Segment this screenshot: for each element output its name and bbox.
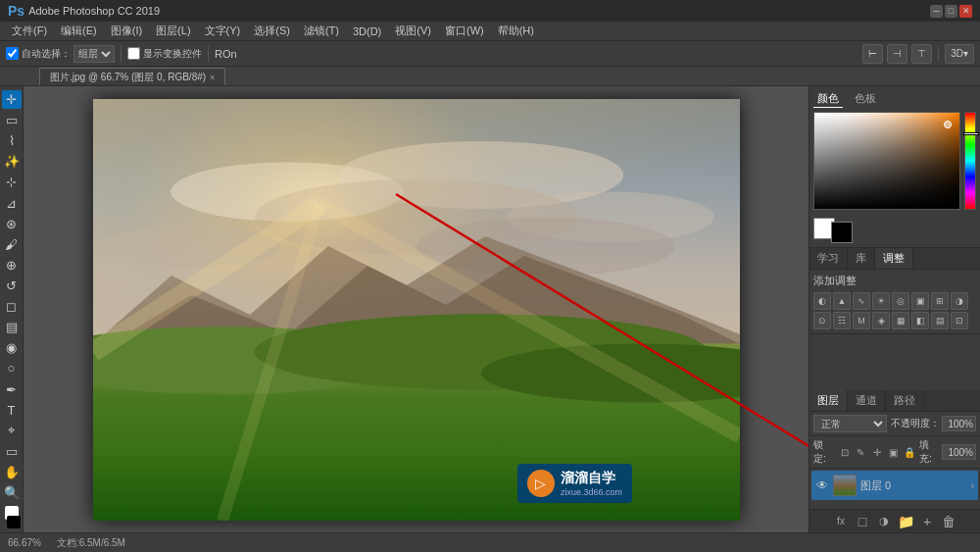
crop-tool[interactable]: ⊹ [2, 173, 22, 191]
move-tool[interactable]: ✛ [2, 90, 22, 109]
menu-item-dd[interactable]: 3D(D) [347, 24, 387, 39]
levels-icon[interactable]: ▲ [833, 292, 851, 310]
history-tool[interactable]: ↺ [2, 276, 22, 295]
path-tool[interactable]: ⌖ [2, 422, 22, 440]
hand-tool[interactable]: ✋ [2, 463, 22, 481]
opacity-input[interactable]: 100% [942, 416, 976, 431]
bg-color-tool[interactable] [7, 516, 21, 528]
lock-position-icon[interactable]: ✛ [870, 445, 884, 459]
layers-tab[interactable]: 图层 [809, 390, 848, 411]
dodge-tool[interactable]: ○ [2, 359, 22, 377]
new-layer-button[interactable]: + [918, 513, 936, 530]
layer-effects-button[interactable]: fx [832, 513, 850, 530]
layer-group-button[interactable]: 📁 [897, 513, 914, 530]
svg-rect-10 [93, 343, 740, 521]
svg-point-12 [255, 314, 708, 389]
align-left-button[interactable]: ⊢ [862, 44, 883, 64]
exposure-icon[interactable]: ☀ [872, 292, 890, 310]
hue-sat-icon[interactable]: ▣ [911, 292, 929, 310]
blend-mode-dropdown[interactable]: 正常 溶解 [813, 415, 887, 432]
photo-filter-icon[interactable]: ⊙ [813, 312, 831, 329]
vibrance-icon[interactable]: ◎ [892, 292, 909, 310]
wand-tool[interactable]: ✨ [2, 152, 22, 171]
curves-icon[interactable]: ∿ [853, 292, 870, 310]
menu-item-s[interactable]: 选择(S) [248, 22, 296, 40]
spot-heal-tool[interactable]: ⊛ [2, 215, 22, 233]
3d-mode-button[interactable]: 3D▾ [945, 44, 974, 64]
brush-tool[interactable]: 🖌 [2, 235, 22, 254]
svg-line-15 [319, 204, 740, 436]
paths-tab[interactable]: 路径 [886, 390, 924, 411]
layer-item[interactable]: 👁 图层 [811, 471, 978, 500]
black-white-icon[interactable]: ◑ [951, 292, 968, 310]
channels-tab[interactable]: 通道 [848, 390, 886, 411]
threshold-icon[interactable]: ◧ [911, 312, 929, 329]
posterize-icon[interactable]: ▦ [892, 312, 909, 329]
blur-tool[interactable]: ◉ [2, 338, 22, 357]
library-tab[interactable]: 库 [848, 248, 875, 269]
adjustments-tab[interactable]: 调整 [875, 248, 913, 269]
eyedropper-tool[interactable]: ⊿ [2, 194, 22, 213]
menu-item-t[interactable]: 滤镜(T) [298, 22, 345, 40]
menu-item-i[interactable]: 图像(I) [105, 22, 148, 40]
color-lookup-icon[interactable]: M [853, 312, 870, 329]
auto-select-label: 自动选择： [22, 47, 71, 61]
marquee-tool[interactable]: ▭ [2, 111, 22, 129]
opacity-control: 不透明度： 100% [891, 416, 976, 431]
eraser-tool[interactable]: ◻ [2, 297, 22, 316]
tab-image[interactable]: 图片.jpg @ 66.7% (图层 0, RGB/8#) × [39, 68, 225, 85]
titlebar-left: Ps Adobe Photoshop CC 2019 [8, 3, 160, 19]
maximize-button[interactable]: □ [945, 5, 957, 18]
statusbar: 66.67% 文档:6.5M/6.5M [0, 532, 980, 552]
tab-close-icon[interactable]: × [210, 73, 215, 82]
auto-select-check[interactable]: 自动选择： 组层 图层 [6, 45, 115, 63]
clone-tool[interactable]: ⊕ [2, 256, 22, 275]
align-center-button[interactable]: ⊣ [887, 44, 907, 64]
menu-item-y[interactable]: 文字(Y) [199, 22, 247, 40]
menu-item-w[interactable]: 窗口(W) [439, 22, 490, 40]
auto-select-dropdown[interactable]: 组层 图层 [74, 45, 115, 63]
hue-bar[interactable] [964, 112, 976, 210]
text-tool[interactable]: T [2, 401, 22, 420]
fill-input[interactable] [942, 444, 976, 460]
layer-name: 图层 0 [860, 478, 967, 493]
menu-item-v[interactable]: 视图(V) [389, 22, 437, 40]
lock-all-icon[interactable]: 🔒 [903, 445, 916, 459]
svg-rect-1 [93, 99, 740, 521]
properties-panel: 学习 库 调整 添加调整 ◐ ▲ ∿ ☀ ◎ ▣ ⊞ ◑ ⊙ ☷ M [809, 248, 980, 390]
show-transform-checkbox[interactable] [127, 47, 140, 60]
pen-tool[interactable]: ✒ [2, 380, 22, 399]
channel-mixer-icon[interactable]: ☷ [833, 312, 851, 329]
shape-tool[interactable]: ▭ [2, 442, 22, 461]
watermark-url: zixue.3d66.com [561, 487, 622, 497]
lock-transparent-icon[interactable]: ⊡ [838, 445, 852, 459]
menu-item-f[interactable]: 文件(F) [6, 22, 53, 40]
minimize-button[interactable]: ─ [930, 5, 943, 18]
lock-artboard-icon[interactable]: ▣ [887, 445, 901, 459]
menu-item-e[interactable]: 编辑(E) [55, 22, 103, 40]
color-tab[interactable]: 颜色 [813, 90, 843, 108]
lasso-tool[interactable]: ⌇ [2, 131, 22, 150]
close-button[interactable]: ✕ [959, 5, 972, 18]
swatches-tab[interactable]: 色板 [851, 90, 880, 108]
background-color[interactable] [831, 222, 853, 243]
invert-icon[interactable]: ◈ [872, 312, 890, 329]
brightness-contrast-icon[interactable]: ◐ [813, 292, 831, 310]
layer-mask-button[interactable]: □ [854, 513, 871, 530]
selective-color-icon[interactable]: ⊡ [951, 312, 968, 329]
align-right-button[interactable]: ⊤ [911, 44, 932, 64]
menu-item-h[interactable]: 帮助(H) [492, 22, 540, 40]
auto-select-checkbox[interactable] [6, 47, 19, 60]
layer-visibility-icon[interactable]: 👁 [815, 478, 829, 492]
color-gradient-picker[interactable] [813, 112, 960, 210]
color-balance-icon[interactable]: ⊞ [931, 292, 949, 310]
layer-adjustment-button[interactable]: ◑ [875, 513, 893, 530]
zoom-tool[interactable]: 🔍 [2, 483, 22, 502]
learn-tab[interactable]: 学习 [809, 248, 848, 269]
menu-item-l[interactable]: 图层(L) [150, 22, 196, 40]
gradient-map-icon[interactable]: ▤ [931, 312, 949, 329]
show-transform-check[interactable]: 显示变换控件 [127, 47, 202, 61]
lock-paint-icon[interactable]: ✎ [855, 445, 868, 459]
gradient-tool[interactable]: ▤ [2, 318, 22, 336]
delete-layer-button[interactable]: 🗑 [940, 513, 957, 530]
